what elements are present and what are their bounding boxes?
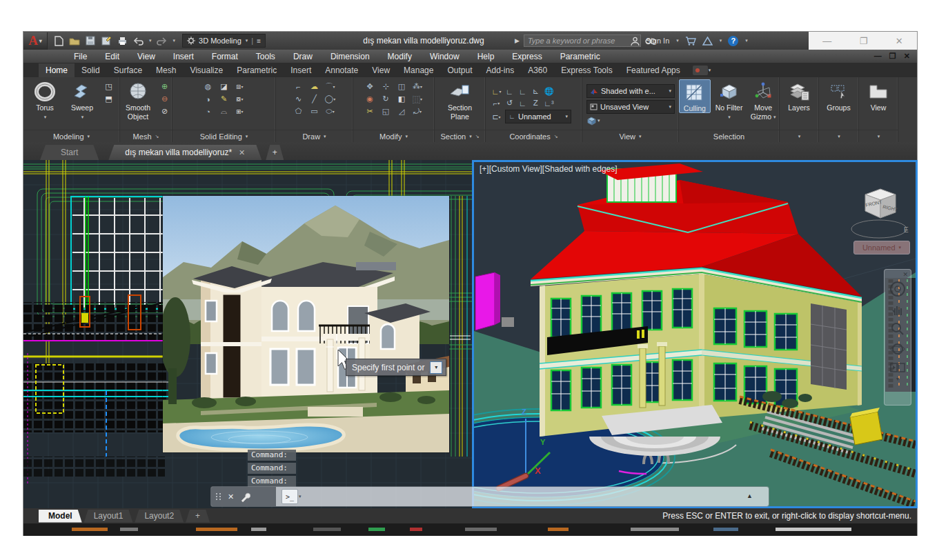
undo-icon[interactable] [132, 35, 144, 46]
command-bar-grip[interactable] [216, 493, 221, 500]
sign-in-dropdown[interactable]: ▾ [676, 38, 679, 43]
new-file-icon[interactable] [53, 35, 64, 46]
ucs-origin-icon[interactable]: 🌐 [542, 86, 555, 97]
close-button[interactable]: ✕ [896, 36, 903, 46]
panel-expand-groups[interactable]: ▾ [819, 130, 858, 142]
showmotion-icon[interactable] [890, 362, 905, 373]
refine-mesh-icon[interactable]: ⊘ [158, 106, 171, 117]
help-dropdown[interactable]: ▾ [745, 38, 748, 43]
panel-title-section[interactable]: Section▾↘ [435, 130, 485, 142]
command-close-icon[interactable]: ✕ [228, 492, 234, 501]
viewport-config-icon[interactable] [586, 116, 597, 126]
ribbon-tab[interactable]: Mesh [149, 63, 183, 77]
layers-button[interactable]: Layers [782, 79, 816, 112]
smooth-more-icon[interactable]: ⊕ [158, 81, 171, 92]
ucs-name-dropdown[interactable]: ∟Unnamed▾ [505, 110, 571, 123]
villa-3d-scene[interactable]: Z Y X [474, 162, 916, 506]
minimize-button[interactable]: — [822, 36, 831, 46]
ucs-prev-icon[interactable]: ⌐▾ [490, 97, 503, 109]
menu-item[interactable]: Draw [284, 52, 322, 61]
active-3d-viewport[interactable]: [+][Custom View][Shaded with edges] [472, 160, 918, 508]
spline-icon[interactable]: ∿ [292, 93, 305, 105]
ucs-z-icon[interactable]: ∟ [516, 97, 529, 109]
copy-icon[interactable]: ◫ [395, 81, 408, 92]
navbar-close-icon[interactable]: ✕ [902, 271, 908, 278]
ribbon-options-dropdown[interactable]: ▾ [709, 68, 711, 73]
plot-icon[interactable] [117, 35, 128, 46]
navigation-wheel-icon[interactable] [889, 281, 906, 297]
recent-commands-dropdown[interactable]: ▾ [299, 494, 302, 499]
ribbon-tab[interactable]: View [365, 63, 397, 77]
ucs-3point-icon[interactable]: ∟³ [542, 97, 555, 109]
ribbon-tab[interactable]: Add-ins [480, 63, 522, 77]
menu-item[interactable]: Edit [96, 52, 128, 61]
ribbon-tab[interactable]: Surface [107, 63, 149, 77]
sweep-button[interactable]: Sweep▾ [65, 79, 99, 121]
culling-button[interactable]: Culling [679, 79, 711, 113]
panel-title-modeling[interactable]: Modeling▾ [23, 130, 119, 142]
polysolid-icon[interactable]: ◳ [102, 81, 115, 92]
open-file-icon[interactable] [69, 35, 80, 46]
section-plane-button[interactable]: SectionPlane [443, 79, 477, 121]
ribbon-tab[interactable]: Annotate [318, 63, 365, 77]
panel-expand-layers[interactable]: ▾ [780, 130, 818, 142]
ucs-named-icon[interactable]: ⊏▾ [490, 111, 503, 123]
line-icon[interactable]: ╱ [308, 93, 321, 105]
menu-item[interactable]: Parametric [551, 52, 609, 61]
undo-dropdown[interactable]: ▾ [149, 38, 152, 43]
ucs-view-icon[interactable]: ⊾ [529, 86, 542, 97]
move-gizmo-button[interactable]: MoveGizmo▾ [747, 79, 779, 121]
viewport-config-dropdown[interactable]: ▾ [598, 118, 600, 123]
help-icon[interactable]: ? [728, 36, 738, 46]
search-input[interactable]: Type a keyword or phrase [524, 34, 641, 47]
ribbon-tab[interactable]: Visualize [183, 63, 230, 77]
application-menu-button[interactable]: A▾ [23, 32, 48, 50]
panel-title-draw[interactable]: Draw▾ [276, 130, 353, 142]
ribbon-tab[interactable]: Home [39, 63, 75, 77]
menu-item[interactable]: Window [421, 52, 468, 61]
smooth-less-icon[interactable]: ⊖ [158, 93, 171, 105]
smooth-object-button[interactable]: SmoothObject [121, 79, 155, 121]
rotate-icon[interactable]: ↻ [379, 93, 393, 105]
new-drawing-tab-button[interactable]: + [266, 145, 284, 160]
polyline-icon[interactable]: ⌐ [292, 81, 305, 92]
trim-icon[interactable]: ⤾▾ [411, 106, 424, 117]
ribbon-tab[interactable]: Insert [284, 63, 318, 77]
explode-icon[interactable]: ⁂▾ [411, 81, 424, 92]
erase-icon[interactable]: ✂ [364, 106, 377, 117]
ucs-x-icon[interactable]: ∟ [516, 86, 529, 97]
exchange-cart-icon[interactable] [685, 37, 696, 46]
expand-search-icon[interactable]: ▶ [515, 37, 520, 44]
document-window-controls[interactable]: — ❐ ✕ [874, 52, 913, 61]
command-prompt-button[interactable]: >_ [282, 489, 298, 504]
pan-hand-icon[interactable] [891, 303, 905, 317]
command-line-bar[interactable]: ✕ >_ ▾ ▲ [211, 487, 769, 506]
visual-style-dropdown[interactable]: Shaded with e...▾ [586, 84, 675, 98]
orbit-icon[interactable] [890, 341, 905, 357]
polygon-icon[interactable]: ⬠ [292, 106, 305, 117]
panel-expand-view[interactable]: ▾ [859, 130, 898, 142]
no-filter-button[interactable]: No Filter▾ [713, 79, 745, 121]
ribbon-tab[interactable]: Parametric [230, 63, 284, 77]
ucs-icon[interactable]: ∟▾ [490, 86, 503, 97]
named-view-dropdown[interactable]: Unsaved View▾ [586, 100, 675, 114]
save-icon[interactable] [85, 35, 96, 46]
save-as-icon[interactable] [101, 35, 112, 46]
ribbon-tab[interactable]: Manage [397, 63, 440, 77]
extrude-faces-icon[interactable]: ✎ [217, 93, 230, 105]
move-icon[interactable]: ✥ [364, 81, 377, 92]
layout-tab[interactable]: + [186, 510, 210, 523]
a360-icon[interactable] [702, 37, 713, 46]
menu-item[interactable]: Express [503, 52, 551, 61]
extract-edges-icon[interactable]: ⧆▾ [233, 106, 246, 117]
panel-title-modify[interactable]: Modify▾ [353, 130, 434, 142]
menu-item[interactable]: Format [203, 52, 247, 61]
torus-button[interactable]: Torus▾ [28, 79, 62, 121]
ribbon-tab[interactable]: A360 [521, 63, 554, 77]
menu-item[interactable]: Help [468, 52, 504, 61]
sign-in-button[interactable]: Sign In [646, 37, 669, 45]
menu-item[interactable]: View [128, 52, 164, 61]
ucs-world-icon[interactable]: ∟ [503, 86, 516, 97]
menu-item[interactable]: File [65, 52, 96, 61]
named-view-pill[interactable]: Unnamed▾ [853, 241, 910, 254]
